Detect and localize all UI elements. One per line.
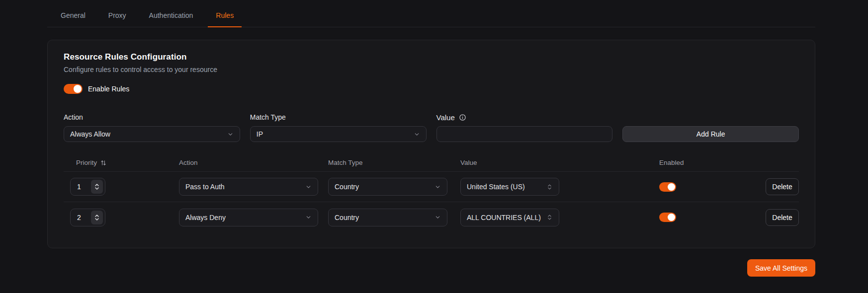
priority-cell: 2 [64,209,179,226]
table-row: 1 Pass to Auth [64,172,799,202]
settings-page: General Proxy Authentication Rules Resou… [47,0,815,277]
add-rule-group: Add Rule [622,113,799,142]
tab-bar: General Proxy Authentication Rules [47,0,815,27]
priority-stepper[interactable]: 1 [70,178,105,196]
match-type-cell: Country [328,178,460,196]
row-match-type-select[interactable]: Country [328,178,447,196]
action-select-value: Always Allow [70,130,110,138]
row-value-select[interactable]: ALL COUNTRIES (ALL) [460,209,559,226]
header-value: Value [460,159,654,166]
header-match-type: Match Type [328,159,460,166]
match-type-field-group: Match Type IP [250,113,427,142]
table-header-row: Priority Action Match Type Value Enabled [64,154,799,172]
row-action-select[interactable]: Always Deny [179,209,318,226]
chevron-down-icon [305,184,312,190]
header-enabled: Enabled [654,159,766,166]
row-value-text: United States (US) [467,183,525,191]
footer-actions: Save All Settings [47,259,815,277]
row-match-type-value: Country [335,183,359,191]
info-icon[interactable] [459,114,466,121]
row-match-type-select[interactable]: Country [328,209,447,226]
match-type-label: Match Type [250,113,427,122]
priority-value: 2 [77,214,81,221]
add-rule-form: Action Always Allow Match Type IP [64,113,799,142]
match-type-cell: Country [328,209,460,226]
match-type-select-value: IP [257,130,263,138]
enable-rules-row: Enable Rules [64,84,799,94]
tab-authentication[interactable]: Authentication [141,0,201,27]
rule-enabled-toggle[interactable] [659,213,676,222]
chevrons-up-down-icon [546,214,553,220]
rules-table: Priority Action Match Type Value Enabled… [64,154,799,232]
enable-rules-label: Enable Rules [88,85,129,93]
action-cell: Pass to Auth [179,178,328,196]
page-subtitle: Configure rules to control access to you… [64,66,799,73]
stepper-buttons-icon[interactable] [91,180,103,194]
page-title: Resource Rules Configuration [64,52,799,62]
row-value-text: ALL COUNTRIES (ALL) [467,214,541,221]
chevron-down-icon [227,131,234,138]
value-input[interactable] [436,126,613,142]
chevron-down-icon [414,131,420,138]
header-priority-label: Priority [76,159,97,166]
priority-value: 1 [77,183,81,191]
tab-rules[interactable]: Rules [208,0,242,27]
delete-rule-button[interactable]: Delete [766,178,799,195]
row-action-select[interactable]: Pass to Auth [179,178,318,196]
chevrons-up-down-icon [546,184,553,190]
rule-enabled-toggle[interactable] [659,182,676,192]
table-row: 2 Always Deny [64,202,799,232]
save-all-settings-button[interactable]: Save All Settings [747,259,815,277]
add-rule-button[interactable]: Add Rule [622,126,799,142]
action-cell: Always Deny [179,209,328,226]
row-value-select[interactable]: United States (US) [460,178,559,196]
row-action-value: Pass to Auth [185,183,225,191]
enabled-cell [654,213,766,222]
value-label-row: Value [436,113,613,122]
delete-rule-button[interactable]: Delete [766,209,799,226]
action-label: Action [64,113,240,122]
action-select[interactable]: Always Allow [64,126,240,142]
chevron-down-icon [434,214,441,220]
value-label: Value [436,113,455,122]
enable-rules-toggle[interactable] [64,84,83,94]
row-action-value: Always Deny [185,214,226,221]
value-cell: United States (US) [460,178,654,196]
priority-cell: 1 [64,178,179,196]
enabled-cell [654,182,766,192]
rules-configuration-card: Resource Rules Configuration Configure r… [47,40,815,248]
add-rule-spacer [622,113,799,122]
chevron-down-icon [305,214,312,220]
sort-arrows-icon[interactable] [100,159,107,166]
row-match-type-value: Country [335,214,359,221]
action-field-group: Action Always Allow [64,113,240,142]
tab-general[interactable]: General [53,0,93,27]
value-field-group: Value [436,113,613,142]
stepper-buttons-icon[interactable] [91,211,103,224]
header-action: Action [179,159,328,166]
header-priority: Priority [64,159,179,166]
match-type-select[interactable]: IP [250,126,427,142]
chevron-down-icon [434,184,441,190]
tab-proxy[interactable]: Proxy [100,0,134,27]
priority-stepper[interactable]: 2 [70,209,105,226]
value-cell: ALL COUNTRIES (ALL) [460,209,654,226]
